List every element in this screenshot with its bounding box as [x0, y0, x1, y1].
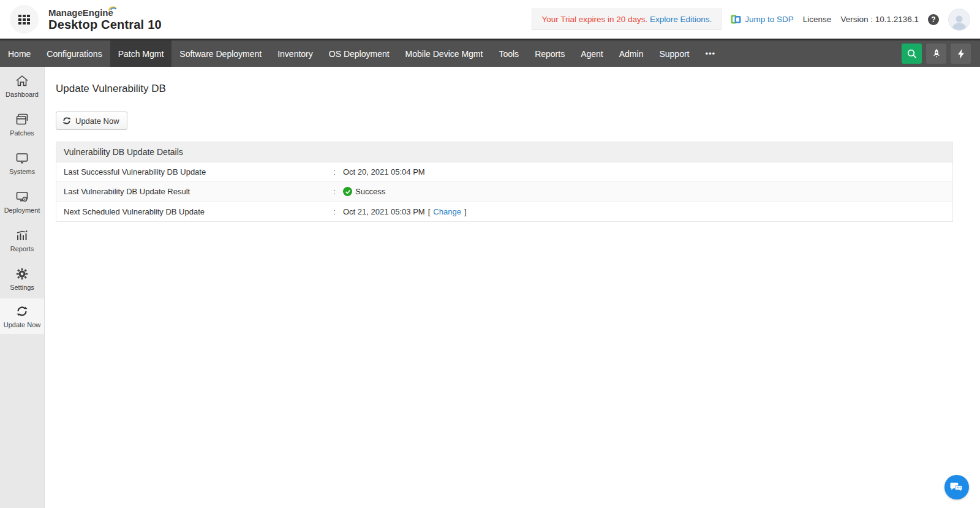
lightning-icon — [956, 48, 966, 59]
page-title: Update Vulnerability DB — [56, 83, 980, 95]
sidebar-item-patches[interactable]: Patches — [0, 105, 44, 144]
table-row-last-successful-update: Last Successful Vulnerability DB Update … — [56, 162, 952, 182]
trial-notice: Your Trial expires in 20 days. Explore E… — [532, 9, 722, 30]
nav-configurations[interactable]: Configurations — [39, 40, 110, 67]
header-right-group: Your Trial expires in 20 days. Explore E… — [532, 9, 970, 31]
explore-editions-link[interactable]: Explore Editions. — [650, 15, 712, 24]
nav-home[interactable]: Home — [0, 40, 39, 67]
brand-logo: ManageEngine Desktop Central 10 — [48, 7, 162, 32]
user-avatar[interactable] — [948, 9, 970, 31]
vulnerability-db-details-table: Vulnerability DB Update Details Last Suc… — [56, 142, 953, 222]
chat-bubbles-icon — [950, 481, 963, 493]
sidebar-item-deployment[interactable]: Deployment — [0, 183, 44, 221]
bracket-open: [ — [428, 207, 431, 216]
monitor-gear-icon — [15, 190, 29, 203]
jump-to-sdp-link[interactable]: Jump to SDP — [731, 14, 794, 25]
table-row-last-update-result: Last Vulnerability DB Update Result : Su… — [56, 182, 952, 202]
table-header: Vulnerability DB Update Details — [56, 142, 952, 162]
nav-tools[interactable]: Tools — [491, 40, 527, 67]
rocket-icon — [931, 48, 942, 59]
nav-support[interactable]: Support — [651, 40, 697, 67]
refresh-icon — [62, 116, 72, 126]
top-header: ManageEngine Desktop Central 10 Your Tri… — [0, 0, 980, 39]
brand-line1: ManageEngine — [48, 7, 113, 18]
trial-message: Your Trial expires in 20 days. — [541, 15, 647, 24]
sidebar-item-update-now[interactable]: Update Now — [0, 298, 44, 334]
chart-icon — [15, 229, 29, 242]
sidebar-item-reports[interactable]: Reports — [0, 221, 44, 260]
sidebar-item-dashboard[interactable]: Dashboard — [0, 67, 44, 105]
nav-more-menu[interactable]: ••• — [697, 40, 723, 67]
page-shell: Dashboard Patches Systems — [0, 67, 980, 508]
manageengine-logo-text: ManageEngine — [48, 8, 113, 18]
refresh-icon — [15, 305, 29, 318]
nav-inventory[interactable]: Inventory — [270, 40, 321, 67]
home-icon — [15, 74, 29, 88]
table-row-next-scheduled-update: Next Scheduled Vulnerablity DB Update : … — [56, 202, 952, 221]
main-navbar: Home Configurations Patch Mgmt Software … — [0, 39, 980, 67]
logo-swoosh-icon — [108, 5, 118, 12]
sidebar-item-systems[interactable]: Systems — [0, 144, 44, 183]
update-now-button[interactable]: Update Now — [56, 112, 127, 130]
bracket-close: ] — [464, 207, 467, 216]
app-launcher-button[interactable] — [10, 5, 39, 34]
quick-actions-button[interactable] — [951, 44, 971, 64]
license-link[interactable]: License — [803, 15, 832, 24]
last-update-timestamp: Oct 20, 2021 05:04 PM — [343, 167, 425, 176]
nav-os-deployment[interactable]: OS Deployment — [321, 40, 398, 67]
getting-started-button[interactable] — [926, 44, 946, 64]
monitor-icon — [15, 151, 29, 165]
chat-support-button[interactable] — [944, 475, 969, 499]
product-title: Desktop Central 10 — [48, 18, 162, 31]
left-sidebar: Dashboard Patches Systems — [0, 67, 45, 508]
sdp-icon — [731, 14, 741, 25]
patches-icon — [15, 113, 29, 126]
status-badge: Success — [355, 187, 385, 196]
change-schedule-link[interactable]: Change — [433, 207, 461, 216]
search-icon — [907, 48, 918, 59]
nav-mobile-device-mgmt[interactable]: Mobile Device Mgmt — [398, 40, 491, 67]
nav-right-icons — [902, 40, 980, 67]
next-update-timestamp: Oct 21, 2021 05:03 PM — [343, 207, 425, 216]
nav-reports[interactable]: Reports — [527, 40, 573, 67]
help-icon[interactable]: ? — [928, 14, 939, 25]
nav-software-deployment[interactable]: Software Deployment — [172, 40, 270, 67]
main-content: Update Vulnerability DB Update Now Vulne… — [45, 67, 980, 508]
nav-agent[interactable]: Agent — [573, 40, 611, 67]
nav-admin[interactable]: Admin — [611, 40, 652, 67]
gear-icon — [15, 267, 29, 281]
sidebar-item-settings[interactable]: Settings — [0, 260, 44, 298]
search-button[interactable] — [902, 44, 922, 64]
nav-patch-mgmt[interactable]: Patch Mgmt — [110, 40, 172, 67]
version-label: Version : 10.1.2136.1 — [840, 15, 919, 24]
person-icon — [951, 13, 968, 30]
apps-grid-icon — [18, 15, 30, 25]
success-check-icon — [343, 187, 352, 196]
